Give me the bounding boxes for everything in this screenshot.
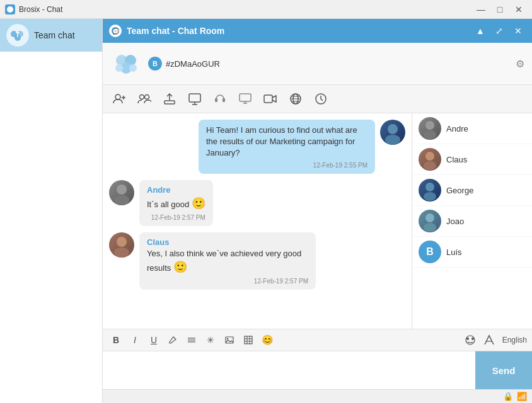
svg-rect-24 bbox=[223, 98, 225, 102]
list-button[interactable] bbox=[183, 332, 200, 348]
participant-avatar bbox=[419, 148, 441, 171]
maximize-button[interactable]: □ bbox=[492, 4, 508, 15]
clear-format-button[interactable]: ✳ bbox=[202, 332, 219, 348]
underline-button[interactable]: U bbox=[146, 332, 162, 348]
message-timestamp: 12-Feb-19 2:55 PM bbox=[206, 162, 367, 169]
headset-button[interactable] bbox=[210, 89, 230, 109]
channel-badge: B bbox=[148, 57, 162, 71]
channel-name: #zDMaAoGUR bbox=[166, 59, 220, 69]
image-button[interactable] bbox=[221, 332, 238, 348]
svg-text:💬: 💬 bbox=[112, 28, 120, 35]
channel-settings-button[interactable]: ⚙ bbox=[516, 58, 524, 70]
italic-button[interactable]: I bbox=[127, 332, 143, 348]
svg-point-39 bbox=[117, 237, 127, 247]
participant-name: George bbox=[446, 186, 473, 195]
lock-icon: 🔒 bbox=[503, 392, 513, 401]
svg-point-60 bbox=[466, 338, 469, 340]
send-file-button[interactable] bbox=[481, 332, 497, 348]
svg-point-53 bbox=[227, 338, 228, 339]
participant-item-george[interactable]: George bbox=[412, 175, 532, 206]
channel-info: B #zDMaAoGUR ⚙ bbox=[103, 43, 532, 85]
pen-button[interactable] bbox=[165, 332, 181, 348]
participant-name: Claus bbox=[446, 155, 467, 164]
popout-button[interactable]: ⤢ bbox=[492, 23, 507, 38]
svg-rect-52 bbox=[226, 337, 233, 343]
svg-point-43 bbox=[425, 152, 434, 161]
messages-area[interactable]: Hi Team! I am curious to find out what a… bbox=[103, 113, 412, 329]
chat-header-title: Team chat - Chat Room bbox=[127, 26, 473, 36]
svg-point-46 bbox=[424, 192, 436, 201]
sidebar-item-team-chat[interactable]: T Team chat bbox=[0, 19, 102, 52]
svg-rect-25 bbox=[240, 94, 251, 101]
language-label: English bbox=[502, 336, 527, 344]
svg-point-42 bbox=[424, 130, 436, 139]
status-bar: 🔒 📶 bbox=[103, 389, 532, 403]
svg-point-44 bbox=[424, 161, 436, 170]
channel-logo bbox=[110, 48, 142, 79]
svg-point-41 bbox=[425, 121, 434, 130]
upload-button[interactable] bbox=[159, 89, 180, 109]
compose-row: Send bbox=[103, 351, 532, 389]
participant-avatar bbox=[419, 179, 441, 202]
channel-name-area: B #zDMaAoGUR bbox=[148, 57, 220, 71]
svg-point-47 bbox=[425, 213, 434, 222]
globe-button[interactable] bbox=[286, 89, 306, 109]
send-button[interactable]: Send bbox=[475, 351, 532, 389]
message-bubble: Hi Team! I am curious to find out what a… bbox=[199, 120, 375, 174]
message-text: Hi Team! I am curious to find out what a… bbox=[206, 125, 357, 157]
signal-icon: 📶 bbox=[517, 392, 527, 401]
svg-rect-18 bbox=[165, 101, 175, 104]
participant-item-luis[interactable]: B Luís bbox=[412, 237, 532, 268]
svg-rect-28 bbox=[264, 95, 272, 103]
participant-name: Luís bbox=[446, 247, 462, 257]
sender-name: Andre bbox=[147, 185, 205, 195]
screen-share-button[interactable] bbox=[185, 89, 205, 109]
message-received-1: Andre It`s all good 🙂 12-Feb-19 2:57 PM bbox=[109, 180, 405, 226]
chat-close-button[interactable]: ✕ bbox=[511, 23, 526, 38]
video-button[interactable] bbox=[260, 89, 280, 109]
message-input[interactable] bbox=[103, 351, 475, 389]
group-button[interactable] bbox=[134, 89, 154, 109]
message-bubble: Andre It`s all good 🙂 12-Feb-19 2:57 PM bbox=[139, 180, 213, 226]
bold-button[interactable]: B bbox=[108, 332, 124, 348]
svg-point-38 bbox=[114, 195, 129, 205]
close-button[interactable]: ✕ bbox=[511, 4, 527, 15]
chat-history-button[interactable] bbox=[462, 332, 478, 348]
svg-text:T: T bbox=[16, 31, 20, 38]
participant-badge: B bbox=[426, 246, 434, 258]
participant-item-andre[interactable]: Andre bbox=[412, 113, 532, 144]
svg-point-45 bbox=[425, 183, 434, 191]
participant-avatar: B bbox=[419, 241, 441, 263]
clock-button[interactable] bbox=[311, 89, 331, 109]
svg-point-16 bbox=[140, 95, 144, 99]
avatar bbox=[109, 232, 134, 258]
participant-item-joao[interactable]: Joao bbox=[412, 206, 532, 237]
right-panel: 💬 Team chat - Chat Room ▲ ⤢ ✕ bbox=[103, 19, 532, 403]
avatar bbox=[109, 180, 134, 205]
chat-header: 💬 Team chat - Chat Room ▲ ⤢ ✕ bbox=[103, 19, 532, 43]
add-person-button[interactable] bbox=[109, 89, 129, 109]
chat-header-icon: 💬 bbox=[109, 25, 122, 37]
titlebar-title: Brosix - Chat bbox=[19, 5, 473, 14]
participant-item-claus[interactable]: Claus bbox=[412, 144, 532, 175]
svg-point-13 bbox=[115, 94, 120, 99]
message-received-2: Claus Yes, I also think we`ve achieved v… bbox=[109, 232, 405, 290]
svg-point-48 bbox=[424, 223, 436, 232]
main-container: T Team chat 💬 Team chat - Chat Room ▲ ⤢ … bbox=[0, 19, 532, 403]
expand-button[interactable]: ▲ bbox=[473, 23, 488, 38]
participants-panel: Andre Claus George bbox=[412, 113, 532, 329]
svg-rect-54 bbox=[245, 336, 252, 344]
table-button[interactable] bbox=[240, 332, 257, 348]
svg-point-11 bbox=[115, 64, 123, 72]
svg-point-0 bbox=[7, 6, 13, 13]
sender-name: Claus bbox=[147, 237, 308, 247]
avatar: T bbox=[6, 24, 29, 47]
chat-header-controls: ▲ ⤢ ✕ bbox=[473, 23, 526, 38]
compose-toolbar: B I U ✳ 😊 bbox=[103, 329, 532, 351]
minimize-button[interactable]: — bbox=[473, 4, 489, 15]
monitor-button[interactable] bbox=[235, 89, 255, 109]
message-sent-1: Hi Team! I am curious to find out what a… bbox=[109, 120, 405, 174]
participant-avatar bbox=[419, 117, 441, 140]
participant-avatar bbox=[419, 210, 441, 232]
emoji-button[interactable]: 😊 bbox=[259, 332, 275, 348]
